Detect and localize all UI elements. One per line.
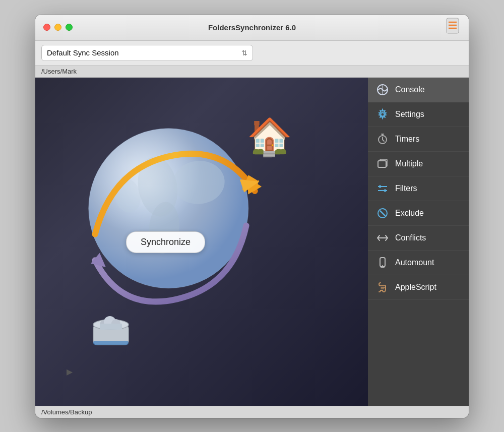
settings-icon <box>376 108 389 121</box>
maximize-button[interactable] <box>66 24 73 31</box>
path-bar-bottom: /Volumes/Backup <box>35 406 469 418</box>
main-content: 🏠 <box>35 78 469 406</box>
filters-icon <box>376 182 389 195</box>
automount-icon <box>376 256 389 269</box>
synchronize-button[interactable]: Synchronize <box>126 231 205 253</box>
svg-point-35 <box>384 189 387 192</box>
session-dropdown-value: Default Sync Session <box>47 48 119 57</box>
multiple-label: Multiple <box>395 159 423 168</box>
play-button[interactable]: ▶ <box>67 367 73 377</box>
svg-marker-15 <box>242 175 259 190</box>
applescript-icon <box>376 281 389 294</box>
automount-label: Automount <box>395 258 434 267</box>
console-icon <box>376 83 389 96</box>
svg-line-28 <box>383 140 384 141</box>
svg-point-11 <box>89 129 248 288</box>
filters-label: Filters <box>395 184 417 193</box>
toolbar: Default Sync Session ⇅ <box>35 41 469 66</box>
svg-rect-23 <box>93 341 129 345</box>
svg-rect-31 <box>378 161 386 167</box>
settings-label: Settings <box>395 110 424 119</box>
svg-point-6 <box>133 154 182 220</box>
sidebar-item-settings[interactable]: Settings <box>368 102 469 127</box>
conflicts-label: Conflicts <box>395 233 426 242</box>
minimize-button[interactable] <box>54 24 61 31</box>
close-button[interactable] <box>43 24 50 31</box>
svg-point-9 <box>110 175 144 216</box>
svg-point-10 <box>89 129 248 288</box>
svg-marker-16 <box>240 179 260 193</box>
exclude-label: Exclude <box>395 209 424 218</box>
svg-point-8 <box>171 159 226 206</box>
conflicts-icon <box>376 231 389 244</box>
window-title: FoldersSynchronizer 6.0 <box>208 23 296 32</box>
titlebar: FoldersSynchronizer 6.0 <box>35 15 469 41</box>
sidebar-item-filters[interactable]: Filters <box>368 176 469 201</box>
drive-svg <box>91 315 131 350</box>
sidebar-item-automount[interactable]: Automount <box>368 251 469 275</box>
multiple-icon <box>376 157 389 170</box>
svg-marker-12 <box>246 180 260 191</box>
house-icon: 🏠 <box>247 115 292 158</box>
sidebar-item-multiple[interactable]: Multiple <box>368 152 469 176</box>
session-dropdown[interactable]: Default Sync Session ⇅ <box>41 45 253 61</box>
timers-label: Timers <box>395 135 419 144</box>
sidebar-item-applescript[interactable]: AppleScript <box>368 275 469 300</box>
console-label: Console <box>395 85 425 94</box>
svg-point-33 <box>379 185 382 188</box>
applescript-label: AppleScript <box>395 283 436 292</box>
cloud-drive-icon <box>91 315 131 357</box>
svg-point-5 <box>89 129 248 288</box>
timers-icon <box>376 133 389 146</box>
sidebar-item-console[interactable]: Console <box>368 78 469 102</box>
title-area-icons <box>445 17 461 37</box>
svg-line-37 <box>381 211 385 215</box>
svg-point-25 <box>381 112 385 116</box>
exclude-icon <box>376 207 389 220</box>
traffic-lights <box>43 24 73 31</box>
list-icon <box>445 17 461 35</box>
left-panel: 🏠 <box>35 78 368 406</box>
svg-rect-22 <box>100 324 122 330</box>
chevron-icon: ⇅ <box>241 49 247 57</box>
app-window: FoldersSynchronizer 6.0 Default Sync Ses… <box>35 15 469 418</box>
svg-point-4 <box>89 129 248 288</box>
globe-area: 🏠 <box>60 100 343 383</box>
svg-marker-13 <box>240 173 262 194</box>
path-bar-top: /Users/Mark <box>35 66 469 78</box>
right-sidebar: Console Settings <box>368 78 469 406</box>
sidebar-item-exclude[interactable]: Exclude <box>368 201 469 226</box>
sidebar-item-conflicts[interactable]: Conflicts <box>368 226 469 251</box>
svg-marker-14 <box>91 253 110 273</box>
sidebar-item-timers[interactable]: Timers <box>368 127 469 152</box>
